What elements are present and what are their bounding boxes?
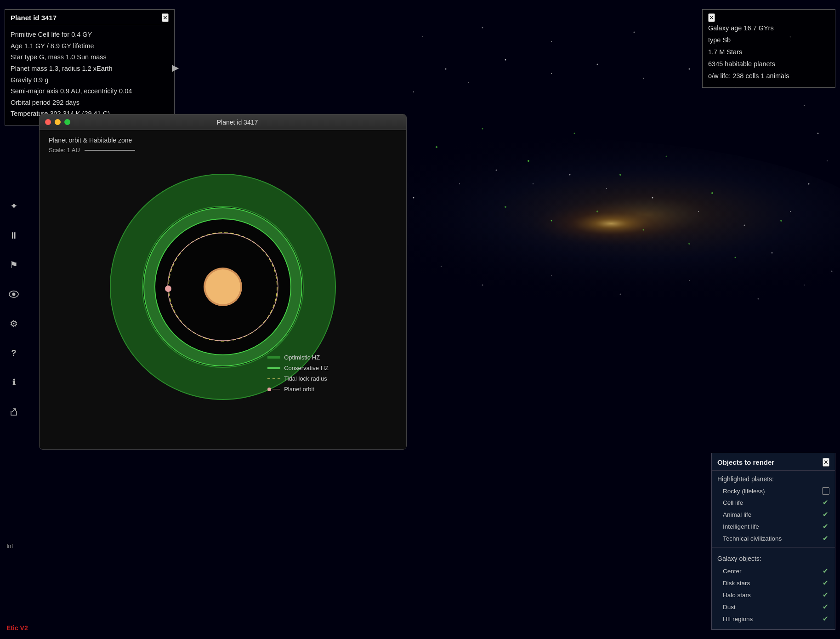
legend-item-optimistic: Optimistic HZ [267, 354, 329, 361]
forward-navigation-button[interactable]: ▶ [172, 62, 179, 73]
svg-point-37 [459, 183, 460, 184]
svg-point-48 [620, 294, 621, 295]
legend-item-tidal: Tidal lock radius [267, 375, 329, 382]
svg-point-13 [643, 229, 644, 231]
intelligent-life-checkbox[interactable]: ✔ [821, 522, 829, 531]
pause-button[interactable]: ⏸ [6, 227, 22, 244]
svg-point-42 [652, 197, 653, 199]
svg-point-52 [831, 271, 833, 272]
wand-button[interactable]: ✦ [6, 198, 22, 214]
galaxy-line-0: Galaxy age 16.7 GYrs [708, 22, 829, 34]
disk-stars-checkbox[interactable]: ✔ [821, 579, 829, 587]
svg-point-68 [205, 269, 240, 304]
technical-civilizations-checkbox[interactable]: ✔ [821, 534, 829, 542]
planet-info-line-0: Primitive Cell life for 0.4 GY [11, 29, 169, 40]
planet-window-title: Planet id 3417 [74, 119, 401, 126]
svg-point-24 [689, 68, 690, 70]
hii-regions-checkbox[interactable]: ✔ [821, 615, 829, 623]
planet-info-close-button[interactable]: ✕ [162, 13, 169, 22]
planet-info-line-2: Star type G, mass 1.0 Sun mass [11, 51, 169, 63]
svg-point-4 [482, 128, 483, 130]
legend-line-tidal [267, 378, 280, 379]
info-button[interactable]: ℹ [6, 374, 22, 391]
svg-point-45 [441, 266, 442, 267]
window-close-button[interactable] [45, 119, 51, 125]
svg-point-7 [619, 174, 621, 176]
svg-point-32 [772, 252, 773, 254]
disk-stars-label: Disk stars [723, 580, 821, 587]
objects-dust: Dust ✔ [712, 601, 835, 613]
legend-item-planet-orbit: Planet orbit [267, 386, 329, 393]
svg-point-27 [804, 105, 805, 106]
planet-window-body: Planet orbit & Habitable zone Scale: 1 A… [40, 130, 406, 449]
legend-label-optimistic: Optimistic HZ [284, 354, 320, 361]
svg-point-40 [569, 174, 571, 176]
technical-civilizations-label: Technical civilizations [723, 535, 821, 542]
galaxy-line-3: 6345 habitable planets [708, 58, 829, 70]
legend-icon-planet [267, 388, 280, 391]
legend-label-tidal: Tidal lock radius [284, 375, 327, 382]
svg-point-44 [744, 225, 745, 226]
window-minimize-button[interactable] [55, 119, 61, 125]
share-button[interactable] [6, 404, 22, 420]
objects-center: Center ✔ [712, 565, 835, 577]
window-maximize-button[interactable] [64, 119, 70, 125]
svg-point-28 [817, 133, 819, 134]
svg-point-10 [505, 206, 506, 208]
dust-checkbox[interactable]: ✔ [821, 603, 829, 611]
intelligent-life-label: Intelligent life [723, 523, 821, 530]
objects-panel-close-button[interactable]: ✕ [823, 458, 829, 467]
galaxy-line-1: type Sb [708, 34, 829, 46]
orbit-legend: Optimistic HZ Conservative HZ Tidal lock… [267, 354, 329, 393]
scale-text: Scale: 1 AU [49, 147, 80, 154]
svg-point-29 [827, 160, 828, 161]
galaxy-info-panel: ✕ Galaxy age 16.7 GYrs type Sb 1.7 M Sta… [702, 9, 835, 88]
objects-rocky-lifeless: Rocky (lifeless) [712, 485, 835, 496]
halo-stars-checkbox[interactable]: ✔ [821, 591, 829, 599]
cell-life-label: Cell life [723, 499, 821, 506]
svg-point-70 [165, 285, 171, 292]
svg-point-50 [758, 298, 759, 300]
galaxy-info-content: Galaxy age 16.7 GYrs type Sb 1.7 M Stars… [708, 22, 829, 82]
cell-life-checkbox[interactable]: ✔ [821, 498, 829, 507]
svg-point-56 [634, 32, 635, 33]
halo-stars-label: Halo stars [723, 592, 821, 599]
question-button[interactable]: ? [6, 345, 22, 361]
svg-point-54 [482, 27, 483, 29]
hii-regions-label: HII regions [723, 616, 821, 622]
objects-cell-life: Cell life ✔ [712, 496, 835, 508]
objects-to-render-panel: Objects to render ✕ Highlighted planets:… [711, 453, 835, 630]
svg-point-16 [780, 220, 782, 222]
svg-point-18 [445, 68, 447, 70]
svg-point-11 [551, 220, 552, 222]
rocky-lifeless-label: Rocky (lifeless) [723, 488, 822, 495]
legend-line-optimistic [267, 356, 280, 359]
planet-info-line-6: Orbital period 292 days [11, 97, 169, 108]
legend-label-conservative: Conservative HZ [284, 365, 329, 371]
planet-info-line-4: Gravity 0.9 g [11, 74, 169, 86]
planet-info-line-5: Semi-major axis 0.9 AU, eccentricity 0.0… [11, 86, 169, 97]
sidebar: ✦ ⏸ ⚑ ⚙ ? ℹ [0, 193, 28, 420]
galaxy-info-close-button[interactable]: ✕ [708, 13, 715, 22]
svg-point-55 [551, 41, 552, 42]
svg-point-9 [711, 192, 713, 194]
animal-life-checkbox[interactable]: ✔ [821, 510, 829, 519]
center-label: Center [723, 568, 821, 575]
objects-panel-header: Objects to render ✕ [712, 453, 835, 471]
highlighted-planets-section-title: Highlighted planets: [712, 471, 835, 485]
objects-panel-title: Objects to render [717, 458, 774, 466]
flag-button[interactable]: ⚑ [6, 257, 22, 273]
objects-hii-regions: HII regions ✔ [712, 613, 835, 625]
eye-button[interactable] [6, 286, 22, 302]
gear-button[interactable]: ⚙ [6, 315, 22, 332]
scale-label: Scale: 1 AU [49, 147, 397, 154]
svg-point-21 [551, 73, 552, 74]
svg-point-60 [12, 293, 16, 296]
svg-point-17 [413, 91, 414, 92]
center-checkbox[interactable]: ✔ [821, 567, 829, 575]
svg-point-12 [596, 211, 598, 212]
svg-point-47 [551, 275, 552, 276]
scale-line [85, 150, 135, 151]
planet-info-title: Planet id 3417 [11, 14, 57, 22]
rocky-lifeless-checkbox[interactable] [822, 487, 829, 495]
